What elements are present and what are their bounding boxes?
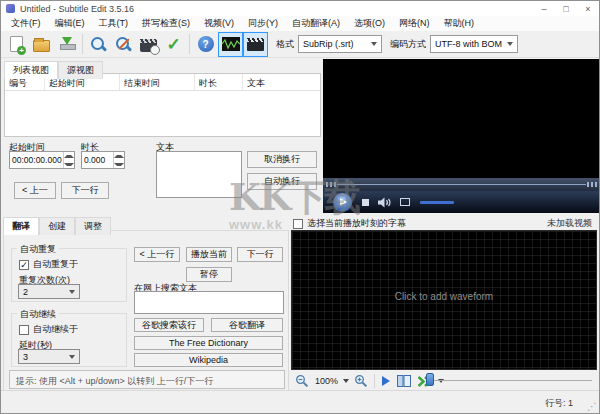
visual-sync-button[interactable] [136, 32, 161, 57]
menu-spellcheck[interactable]: 拼写检查(S) [135, 17, 197, 30]
play-button[interactable] [333, 193, 352, 212]
previous-line-button[interactable]: < 上一行 [134, 247, 180, 262]
tab-translate[interactable]: 翻译 [3, 217, 39, 235]
zoom-in-button[interactable] [351, 374, 371, 388]
select-current-subtitle-checkbox[interactable]: 选择当前播放时刻的字幕 [293, 217, 406, 230]
checkbox-unchecked-icon[interactable] [293, 219, 303, 229]
title-bar: Untitled - Subtitle Edit 3.5.16 – □ × [1, 1, 599, 16]
menu-options[interactable]: 选项(O) [347, 17, 392, 30]
column-end-time[interactable]: 结束时间 [120, 74, 195, 90]
zoom-out-button[interactable] [292, 374, 312, 388]
seek-track [337, 184, 586, 185]
menu-file[interactable]: 文件(F) [4, 17, 48, 30]
next-line-button[interactable]: 下一行 [237, 247, 283, 262]
zoom-dropdown-icon[interactable] [343, 379, 349, 383]
repeat-count-select[interactable]: 2 [18, 284, 80, 299]
start-time-spinner[interactable]: 00:00:00.000 [9, 151, 75, 169]
delay-select[interactable]: 3 [18, 349, 80, 364]
format-select[interactable]: SubRip (.srt) [298, 35, 382, 53]
menu-help[interactable]: 帮助(H) [437, 17, 482, 30]
stop-button[interactable] [362, 199, 369, 206]
next-subtitle-button[interactable]: 下一行 [61, 182, 109, 199]
menu-network[interactable]: 网络(N) [392, 17, 437, 30]
checkbox-checked-icon[interactable]: ✓ [19, 260, 29, 270]
waveform-area[interactable]: Click to add waveform [291, 230, 597, 370]
spin-up-icon[interactable] [64, 152, 74, 160]
minimize-button[interactable]: – [533, 1, 555, 16]
waveform-icon [222, 37, 240, 51]
toggle-video-button[interactable] [243, 32, 268, 57]
spin-down-icon[interactable] [64, 160, 74, 168]
wikipedia-button[interactable]: Wikipedia [134, 353, 283, 367]
auto-continue-checkbox[interactable]: 自动继续于 [19, 323, 78, 336]
help-button[interactable]: ? [193, 32, 218, 57]
fullscreen-button[interactable] [400, 198, 410, 206]
menu-auto-translate[interactable]: 自动翻译(A) [285, 17, 347, 30]
resize-grip[interactable]: ⋰ [587, 401, 597, 412]
wave-play-button[interactable] [378, 375, 394, 387]
auto-repeat-checkbox[interactable]: ✓ 自动重复于 [19, 258, 78, 271]
new-file-icon: + [10, 36, 23, 52]
app-window: Untitled - Subtitle Edit 3.5.16 – □ × 文件… [0, 0, 600, 414]
duration-spinner[interactable]: 0.000 [81, 151, 125, 169]
auto-break-button[interactable]: 自动换行 [247, 173, 317, 190]
free-dictionary-button[interactable]: The Free Dictionary [134, 336, 283, 350]
open-folder-icon [33, 40, 50, 52]
tab-source-view[interactable]: 源视图 [58, 61, 103, 79]
speaker-icon [378, 197, 391, 208]
spell-check-button[interactable]: ✓ [161, 32, 186, 57]
toolbar-separator [82, 34, 83, 54]
encoding-select[interactable]: UTF-8 with BOM [430, 35, 518, 53]
replace-icon [115, 36, 132, 53]
menu-sync[interactable]: 同步(Y) [241, 17, 285, 30]
column-duration[interactable]: 时长 [195, 74, 243, 90]
maximize-button[interactable]: □ [555, 1, 577, 16]
pause-button[interactable]: 暂停 [186, 267, 232, 282]
video-player[interactable] [323, 59, 600, 213]
tab-list-view[interactable]: 列表视图 [4, 61, 58, 79]
save-icon [59, 36, 75, 52]
mute-button[interactable] [378, 197, 391, 208]
previous-subtitle-button[interactable]: < 上一 [14, 182, 56, 199]
close-button[interactable]: × [577, 1, 599, 16]
subtitle-table[interactable]: 编号 起始时间 结束时间 时长 文本 [4, 73, 321, 137]
toolbar-separator [189, 34, 190, 54]
open-file-button[interactable] [29, 32, 54, 57]
spin-up-icon[interactable] [114, 152, 124, 160]
menu-video[interactable]: 视频(V) [197, 17, 241, 30]
toggle-waveform-button[interactable] [218, 32, 243, 57]
subtitle-text-area[interactable] [156, 151, 242, 198]
chevron-down-icon [69, 355, 75, 359]
wave-view-mode-button[interactable] [394, 375, 414, 387]
save-button[interactable] [54, 32, 79, 57]
volume-slider[interactable] [420, 201, 454, 204]
translate-tabs: 翻译创建调整 [3, 215, 111, 235]
google-translate-button[interactable]: 谷歌翻译 [211, 318, 283, 332]
seek-bar[interactable] [323, 178, 600, 191]
play-icon [340, 198, 347, 206]
menu-edit[interactable]: 编辑(E) [48, 17, 92, 30]
replace-button[interactable] [111, 32, 136, 57]
spin-down-icon[interactable] [114, 160, 124, 168]
play-current-button[interactable]: 播放当前 [186, 247, 232, 262]
zoom-level-value[interactable]: 100% [312, 376, 341, 386]
main-toolbar: + ✓ ? 格式 SubRip (.srt) 编码方式 UTF-8 with B… [1, 31, 599, 58]
unbreak-button[interactable]: 取消换行 [247, 151, 317, 168]
tab-adjust[interactable]: 调整 [75, 217, 111, 235]
tab-create[interactable]: 创建 [39, 217, 75, 235]
position-slider-track[interactable] [434, 380, 592, 381]
web-search-input[interactable] [134, 291, 284, 314]
checkbox-unchecked-icon[interactable] [19, 325, 29, 335]
chevron-down-icon [371, 42, 377, 46]
new-file-button[interactable]: + [4, 32, 29, 57]
column-text[interactable]: 文本 [243, 74, 320, 90]
zoom-out-icon [295, 374, 309, 388]
no-video-label: 未加载视频 [547, 217, 592, 230]
app-icon [6, 4, 15, 13]
auto-continue-group-label: 自动继续 [17, 308, 59, 321]
menu-tools[interactable]: 工具(T) [92, 17, 136, 30]
find-button[interactable] [86, 32, 111, 57]
google-search-button[interactable]: 谷歌搜索该行 [134, 318, 204, 332]
columns-icon [397, 375, 411, 387]
position-slider-thumb[interactable] [426, 373, 434, 386]
